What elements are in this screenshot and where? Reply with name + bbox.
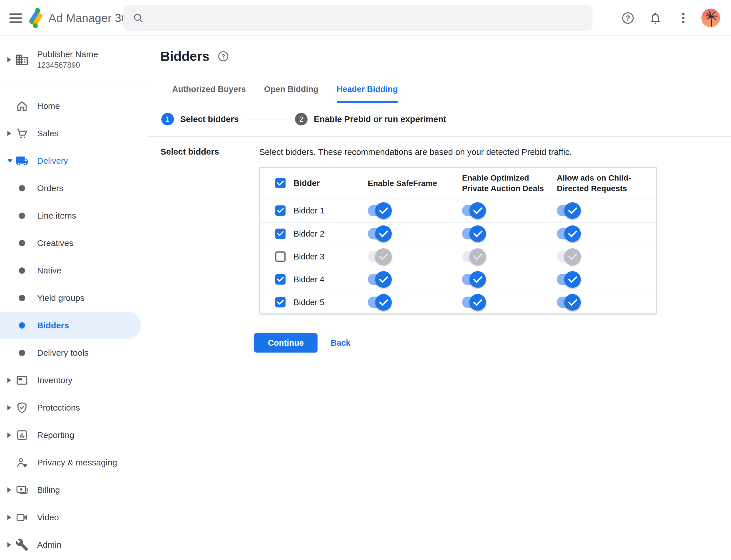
notifications-icon[interactable] xyxy=(648,11,662,25)
safeframe-toggle[interactable] xyxy=(368,228,389,239)
optimized-deals-toggle[interactable] xyxy=(462,228,483,239)
caret-right-icon[interactable] xyxy=(7,542,11,547)
sidebar-item-protections[interactable]: Protections xyxy=(0,394,146,421)
child-directed-toggle[interactable] xyxy=(557,251,578,262)
sidebar-item-video[interactable]: Video xyxy=(0,504,146,531)
caret-right-icon[interactable] xyxy=(7,487,11,493)
child-directed-toggle[interactable] xyxy=(557,297,578,308)
bidder-name: Bidder 5 xyxy=(294,298,325,307)
back-button[interactable]: Back xyxy=(331,338,351,348)
safeframe-toggle[interactable] xyxy=(368,251,389,262)
child-directed-toggle[interactable] xyxy=(557,274,578,285)
select-all-checkbox[interactable] xyxy=(275,178,286,188)
column-header: Enable Optimized Private Auction Deals xyxy=(462,173,557,194)
row-checkbox[interactable] xyxy=(275,251,286,262)
publisher-selector[interactable]: Publisher Name 1234567890 xyxy=(0,37,146,83)
ad-manager-page: Ad Manager 360 ? xyxy=(0,0,731,560)
sidebar-item-admin[interactable]: Admin xyxy=(0,531,146,559)
step-2-label: Enable Prebid or run experiment xyxy=(314,114,446,124)
sidebar-item-home[interactable]: Home xyxy=(0,92,146,120)
bullet-icon xyxy=(19,295,25,301)
sidebar-item-delivery[interactable]: Delivery xyxy=(0,147,146,175)
table-row: Bidder 1 xyxy=(260,199,656,222)
section-divider xyxy=(147,136,731,137)
caret-right-icon[interactable] xyxy=(7,515,11,520)
optimized-deals-toggle[interactable] xyxy=(462,297,483,308)
bullet-icon xyxy=(19,185,25,191)
safeframe-toggle[interactable] xyxy=(368,274,389,285)
table-row: Bidder 3 xyxy=(260,245,656,268)
safeframe-toggle[interactable] xyxy=(368,297,389,308)
title-help-icon[interactable]: ? xyxy=(217,50,229,62)
caret-right-icon[interactable] xyxy=(7,57,11,62)
tab-authorized-buyers[interactable]: Authorized Buyers xyxy=(172,85,246,102)
help-icon[interactable]: ? xyxy=(621,11,635,25)
child-directed-toggle[interactable] xyxy=(557,205,578,216)
publisher-id: 1234567890 xyxy=(37,61,98,70)
app-title: Ad Manager 360 xyxy=(49,0,134,36)
column-header: Bidder xyxy=(294,179,320,188)
step-1-label: Select bidders xyxy=(180,114,239,124)
tab-bar: Authorized Buyers Open Bidding Header Bi… xyxy=(147,85,731,102)
bidder-name: Bidder 3 xyxy=(294,252,325,261)
report-icon xyxy=(14,428,30,442)
sidebar-item-bidders[interactable]: Bidders xyxy=(0,312,141,339)
child-directed-toggle[interactable] xyxy=(557,228,578,239)
sidebar-item-privacy-messaging[interactable]: Privacy & messaging xyxy=(0,449,146,476)
step-1-circle: 1 xyxy=(161,113,174,125)
sidebar-item-yield-groups[interactable]: Yield groups xyxy=(0,284,146,312)
row-checkbox[interactable] xyxy=(275,297,286,307)
inventory-icon xyxy=(14,373,30,387)
bidder-name: Bidder 1 xyxy=(294,206,325,215)
sidebar-item-native[interactable]: Native xyxy=(0,257,146,284)
caret-right-icon[interactable] xyxy=(7,131,11,136)
sidebar-item-reporting[interactable]: Reporting xyxy=(0,421,146,449)
tab-header-bidding[interactable]: Header Bidding xyxy=(337,85,398,102)
sidebar-item-inventory[interactable]: Inventory xyxy=(0,367,146,394)
tab-open-bidding[interactable]: Open Bidding xyxy=(264,85,319,102)
column-header: Enable SafeFrame xyxy=(368,178,462,189)
svg-text:?: ? xyxy=(626,14,630,22)
sidebar: Publisher Name 1234567890 Home xyxy=(0,37,146,560)
truck-icon xyxy=(14,154,30,168)
sidebar-item-orders[interactable]: Orders xyxy=(0,175,146,202)
sidebar-item-delivery-tools[interactable]: Delivery tools xyxy=(0,339,146,367)
bullet-icon xyxy=(19,267,25,274)
column-header: Allow ads on Child-Directed Requests xyxy=(557,173,656,194)
bidder-name: Bidder 2 xyxy=(294,229,325,239)
table-row: Bidder 5 xyxy=(260,291,656,313)
sidebar-item-line-items[interactable]: Line items xyxy=(0,202,146,229)
sidebar-divider xyxy=(0,83,146,83)
stepper: 1 Select bidders 2 Enable Prebid or run … xyxy=(161,113,446,125)
sidebar-item-sales[interactable]: Sales xyxy=(0,120,146,147)
safeframe-toggle[interactable] xyxy=(368,205,389,216)
sidebar-item-creatives[interactable]: Creatives xyxy=(0,229,146,257)
step-2-circle: 2 xyxy=(295,113,308,125)
optimized-deals-toggle[interactable] xyxy=(462,205,483,216)
table-row: Bidder 4 xyxy=(260,268,656,291)
avatar[interactable] xyxy=(701,9,720,27)
search-icon xyxy=(133,12,144,24)
billing-icon xyxy=(14,483,30,497)
search-input[interactable] xyxy=(151,13,592,23)
caret-down-icon[interactable] xyxy=(7,159,13,163)
optimized-deals-toggle[interactable] xyxy=(462,251,483,262)
sidebar-item-billing[interactable]: Billing xyxy=(0,476,146,504)
section-description: Select bidders. These recommendations ar… xyxy=(259,146,657,158)
continue-button[interactable]: Continue xyxy=(254,333,318,353)
menu-icon[interactable] xyxy=(9,12,23,24)
row-checkbox[interactable] xyxy=(275,205,286,216)
publisher-name: Publisher Name xyxy=(37,49,98,59)
main-content: Bidders ? Authorized Buyers Open Bidding… xyxy=(147,37,731,560)
bullet-icon xyxy=(19,322,25,329)
more-options-icon[interactable] xyxy=(676,11,690,25)
optimized-deals-toggle[interactable] xyxy=(462,274,483,285)
search-bar[interactable] xyxy=(123,5,592,31)
row-checkbox[interactable] xyxy=(275,274,286,285)
caret-right-icon[interactable] xyxy=(7,378,11,383)
caret-right-icon[interactable] xyxy=(7,405,11,410)
caret-right-icon[interactable] xyxy=(7,433,11,438)
row-checkbox[interactable] xyxy=(275,229,286,239)
svg-text:?: ? xyxy=(222,53,225,60)
step-connector xyxy=(246,119,289,119)
